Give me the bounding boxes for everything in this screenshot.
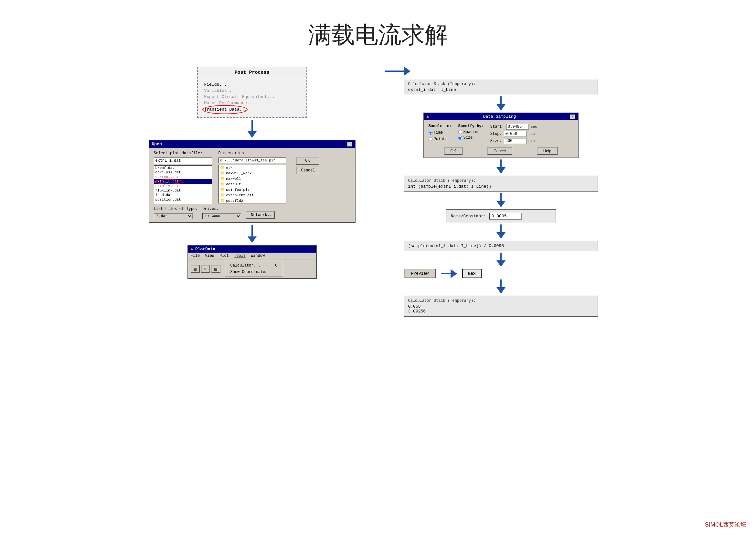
max-box[interactable]: max <box>462 269 481 278</box>
size-unit: pts <box>528 139 535 143</box>
file-section: Select plot datafile: bkemf.dat coreloss… <box>154 151 212 204</box>
drives-label: Drives: <box>202 207 241 211</box>
menu-item-variables[interactable]: Variables... <box>204 88 300 94</box>
ds-close-btn[interactable]: ✕ <box>570 115 575 119</box>
calculator-menu-item[interactable]: Calculator... C <box>225 262 283 269</box>
arrow-ds-to-cs2 <box>497 159 505 174</box>
file-item[interactable]: fluxlink.dat <box>154 188 212 193</box>
time-radio[interactable] <box>429 131 432 134</box>
spacing-radio-label[interactable]: Spacing <box>458 130 484 134</box>
size-row: Size: pts <box>490 138 537 144</box>
show-coordinates-item[interactable]: Show Coordinates <box>225 269 283 275</box>
arrow-formula-to-preview <box>497 253 505 267</box>
filetype-select[interactable]: *.dat <box>154 213 193 219</box>
plotdata-titlebar: ▲ PlotData <box>188 245 316 253</box>
dir-path: e:\...\default\ws1_fea.pit <box>219 157 286 163</box>
arrow-left-to-right <box>385 67 411 76</box>
result-value-2: 3.09256 <box>408 309 594 314</box>
plotdata-window: ▲ PlotData File View Plot Tools Window ▤… <box>187 245 317 279</box>
arrow-cs2-to-nc <box>497 193 505 207</box>
dir-item[interactable]: 📁default <box>219 182 286 187</box>
ds-main-row: Sample in: Time Points <box>429 124 573 144</box>
drives-section: Drives: e: WORK <box>202 207 241 219</box>
toolbar-btn-3[interactable]: ▤ <box>211 265 220 273</box>
stop-input[interactable] <box>504 131 526 137</box>
post-process-menu: Post Process Fields... Variables... Expo… <box>197 67 307 118</box>
filename-input[interactable] <box>154 157 212 164</box>
open-dialog: Open ✕ Select plot datafile: bkemf.dat c… <box>149 140 356 223</box>
dir-item[interactable]: 📁e:\ <box>219 165 286 170</box>
file-item[interactable]: bkemf.dat <box>154 166 212 170</box>
ds-icon: ▲ <box>427 114 429 119</box>
cancel-button[interactable]: Cancel <box>296 167 319 174</box>
stop-unit: sec <box>528 132 535 136</box>
menu-file[interactable]: File <box>191 254 200 258</box>
toolbar-btn-2[interactable]: ✕ <box>201 265 210 273</box>
dir-item[interactable]: 📁maxwell_work <box>219 170 286 176</box>
drives-select[interactable]: e: WORK <box>202 213 241 219</box>
dir-list[interactable]: 📁e:\ 📁maxwell_work 📁maxwell 📁default 📁ws… <box>219 165 286 204</box>
arrow-postprocess-to-open <box>248 120 256 138</box>
ok-button[interactable]: OK <box>296 157 319 165</box>
network-btn-container: Network... <box>246 211 275 219</box>
file-item-selected[interactable]: extnl_i.dat <box>154 179 212 184</box>
data-sampling-dialog: ▲ Data Sampling ✕ Sample in: Time <box>423 113 579 158</box>
page-title: 满载电流求解 <box>0 0 756 63</box>
spacing-label: Spacing <box>464 130 480 134</box>
dir-item[interactable]: 📁extrnlckt.pit <box>219 192 286 198</box>
menu-plot[interactable]: Plot <box>220 254 229 258</box>
file-item[interactable]: load.dat <box>154 193 212 197</box>
time-radio-label[interactable]: Time <box>429 130 452 135</box>
open-dialog-titlebar: Open ✕ <box>149 140 355 148</box>
size-label-field: Size: <box>490 139 502 143</box>
result-label: Calculator Stack (Temporary): <box>408 298 594 303</box>
extnl-oval <box>154 179 183 184</box>
calculator-label: Calculator... <box>230 263 261 268</box>
menu-item-fields[interactable]: Fields... <box>204 81 300 88</box>
preview-button[interactable]: Preview <box>404 269 436 278</box>
result-box: Calculator Stack (Temporary): 0.058 3.09… <box>404 296 598 317</box>
name-constant-box: Name/Constant: <box>446 209 556 223</box>
dir-item[interactable]: 📁ws1_fea.pit <box>219 187 286 192</box>
open-dialog-close[interactable]: ✕ <box>347 142 352 147</box>
size-input[interactable] <box>504 138 526 144</box>
start-input[interactable] <box>506 124 529 130</box>
ds-ok-button[interactable]: OK <box>444 147 463 155</box>
file-item[interactable]: extnl_v.dat <box>154 184 212 188</box>
menu-tools[interactable]: Tools <box>234 254 246 258</box>
menu-view[interactable]: View <box>205 254 214 258</box>
start-row: Start: sec <box>490 124 537 130</box>
size-radio[interactable] <box>458 136 462 140</box>
formula-box: (sample(extnl_i.dat: I_Line)) / 0.0095 <box>404 241 598 251</box>
menu-item-transient[interactable]: Transient Data... <box>204 106 247 113</box>
show-coordinates-label: Show Coordinates <box>230 270 268 274</box>
size-radio-label[interactable]: Size <box>458 135 484 140</box>
dir-item[interactable]: 📁postfld2 <box>219 198 286 204</box>
menu-item-motor[interactable]: Motor Performance... <box>204 100 300 106</box>
sample-in-label: Sample in: <box>429 124 452 128</box>
points-radio-label[interactable]: Points <box>429 137 452 141</box>
network-button[interactable]: Network... <box>246 211 275 219</box>
open-dialog-top-row: Select plot datafile: bkemf.dat coreloss… <box>154 151 350 204</box>
toolbar-btn-1[interactable]: ▤ <box>191 265 200 273</box>
calc-stack-2-value: int (sample(extnl_i.dat: I_Line)) <box>408 184 594 189</box>
name-constant-label: Name/Constant: <box>451 214 486 219</box>
menu-item-export[interactable]: Export Circuit Equivalent... <box>204 94 300 100</box>
open-dialog-title: Open <box>152 142 162 147</box>
plotdata-toolbar: ▤ ✕ ▤ Calculator... C Show Coordinates <box>188 259 316 278</box>
menu-window[interactable]: Window <box>251 254 265 258</box>
simol-logo: SIMOL西莫论坛 <box>705 521 746 528</box>
dir-item[interactable]: 📁maxwell <box>219 176 286 182</box>
calc-stack-2-label: Calculator Stack (Temporary): <box>408 179 594 183</box>
file-item[interactable]: coreloss.dat <box>154 170 212 175</box>
file-list[interactable]: bkemf.dat coreloss.dat current.dat extnl… <box>154 165 212 204</box>
dialog-buttons: OK Cancel <box>296 157 319 204</box>
folder-icon: 📁 <box>220 176 225 181</box>
name-constant-input[interactable] <box>489 213 522 220</box>
points-radio[interactable] <box>429 137 432 141</box>
file-item[interactable]: current.dat <box>154 175 212 179</box>
spacing-radio[interactable] <box>458 130 462 134</box>
ds-cancel-button[interactable]: Cancel <box>487 147 512 155</box>
ds-help-button[interactable]: Help <box>537 147 558 155</box>
file-item[interactable]: position.dat <box>154 197 212 202</box>
